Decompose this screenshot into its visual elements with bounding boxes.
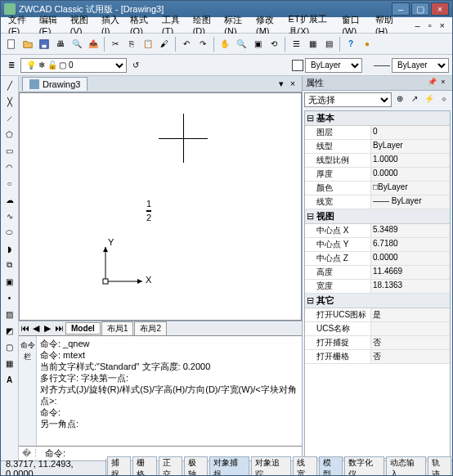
color-swatch[interactable] xyxy=(292,60,303,71)
spline-icon[interactable]: ∿ xyxy=(2,209,17,223)
block-icon[interactable]: ▣ xyxy=(2,274,17,289)
tab-model[interactable]: Model xyxy=(65,322,101,335)
tab-layout2[interactable]: 布局2 xyxy=(134,321,167,336)
tab-first-icon[interactable]: ⏮ xyxy=(19,323,30,335)
table-icon[interactable]: ▦ xyxy=(2,356,17,370)
quickselect-icon[interactable]: ⚡ xyxy=(423,93,436,106)
redo-icon[interactable]: ↷ xyxy=(195,37,210,52)
tab-drawing3[interactable]: Drawing3 xyxy=(22,77,87,91)
preview-icon[interactable]: 🔍 xyxy=(70,37,84,52)
mtext-icon[interactable]: A xyxy=(2,372,17,387)
open-icon[interactable] xyxy=(20,37,35,52)
prop-height[interactable]: 11.4669 xyxy=(370,266,450,279)
prop-width[interactable]: 18.1363 xyxy=(370,280,450,293)
prop-cy[interactable]: 6.7180 xyxy=(370,238,450,251)
status-model[interactable]: 模型 xyxy=(319,456,343,477)
cut-icon[interactable]: ✂ xyxy=(108,37,123,52)
group-other[interactable]: 其它 xyxy=(305,294,450,308)
tab-layout1[interactable]: 布局1 xyxy=(101,321,134,336)
info-icon[interactable]: ● xyxy=(360,37,375,52)
svg-rect-0 xyxy=(8,39,15,48)
publish-icon[interactable]: 📤 xyxy=(86,37,101,52)
child-minimize-button[interactable]: – xyxy=(411,19,424,32)
child-restore-button[interactable]: ▫ xyxy=(424,19,436,32)
status-osnap[interactable]: 对象捕捉 xyxy=(209,456,249,477)
panel-close-icon[interactable]: × xyxy=(437,78,449,89)
group-basic[interactable]: 基本 xyxy=(305,111,450,126)
prop-snap[interactable]: 否 xyxy=(370,336,450,349)
prop-color[interactable]: □ByLayer xyxy=(370,182,450,195)
group-view[interactable]: 视图 xyxy=(305,209,450,224)
point-icon[interactable]: • xyxy=(2,290,17,305)
status-tablet[interactable]: 数字化仪 xyxy=(344,456,384,477)
designcenter-icon[interactable]: ▦ xyxy=(305,37,320,52)
new-icon[interactable] xyxy=(4,37,19,52)
prop-ucsname[interactable] xyxy=(370,322,450,335)
pline-icon[interactable]: ⟋ xyxy=(2,110,17,125)
prop-layer[interactable]: 0 xyxy=(370,126,450,139)
status-lwt[interactable]: 线宽 xyxy=(293,456,316,477)
zoom-win-icon[interactable]: ▣ xyxy=(250,37,265,52)
panel-pin-icon[interactable]: 📌 xyxy=(426,78,437,89)
pickadd-icon[interactable]: ⊕ xyxy=(393,93,406,106)
rect-icon[interactable]: ▭ xyxy=(2,143,17,158)
paste-icon[interactable]: 📋 xyxy=(141,37,155,52)
polygon-icon[interactable]: ⬠ xyxy=(2,127,17,141)
status-dyn[interactable]: 动态输入 xyxy=(386,456,426,477)
line-icon[interactable]: ╱ xyxy=(2,78,17,92)
prop-cz[interactable]: 0.0000 xyxy=(370,252,450,265)
tab-prev-icon[interactable]: ◀ xyxy=(30,323,42,335)
linetype-combo[interactable]: ByLayer xyxy=(392,58,449,73)
prop-tool-icon[interactable]: ⟐ xyxy=(437,93,451,106)
pan-icon[interactable]: ✋ xyxy=(218,37,232,52)
save-icon[interactable] xyxy=(37,37,52,52)
revcloud-icon[interactable]: ☁ xyxy=(2,192,17,207)
maximize-button[interactable]: ▢ xyxy=(411,2,429,16)
prop-cx[interactable]: 5.3489 xyxy=(370,224,450,237)
layer-prev-icon[interactable]: ↺ xyxy=(128,58,143,73)
tabs-close-icon[interactable]: × xyxy=(287,79,298,90)
print-icon[interactable]: 🖶 xyxy=(53,37,68,52)
zoom-rt-icon[interactable]: 🔍 xyxy=(234,37,249,52)
prop-thickness[interactable]: 0.0000 xyxy=(370,168,450,181)
cmd-side-handle[interactable]: �⋮ xyxy=(22,448,40,459)
select-obj-icon[interactable]: ↗ xyxy=(408,93,421,106)
ellipse-arc-icon[interactable]: ◗ xyxy=(2,241,17,256)
drawing-canvas[interactable]: 1 2 X Y xyxy=(19,92,302,321)
zoom-prev-icon[interactable]: ⟲ xyxy=(267,37,281,52)
status-polar[interactable]: 极轴 xyxy=(184,456,208,477)
child-close-button[interactable]: × xyxy=(436,19,449,32)
prop-grid[interactable]: 否 xyxy=(370,350,450,363)
tabs-dropdown-icon[interactable]: ▾ xyxy=(276,79,287,90)
close-button[interactable]: × xyxy=(431,2,449,16)
status-track[interactable]: 轨迹 xyxy=(428,456,451,477)
insert-icon[interactable]: ⧉ xyxy=(2,258,17,272)
status-otrack[interactable]: 对象追踪 xyxy=(251,456,291,477)
region-icon[interactable]: ▢ xyxy=(2,339,17,354)
status-snap[interactable]: 捕捉 xyxy=(107,456,131,477)
help-icon[interactable]: ? xyxy=(343,37,358,52)
copy-icon[interactable]: ⎘ xyxy=(124,37,139,52)
prop-linetype[interactable]: ByLayer xyxy=(370,140,450,153)
selection-combo[interactable]: 无选择 xyxy=(304,92,392,107)
color-combo[interactable]: ByLayer xyxy=(305,58,362,73)
prop-ucsicon[interactable]: 是 xyxy=(370,308,450,321)
tab-last-icon[interactable]: ⏭ xyxy=(53,323,65,335)
status-ortho[interactable]: 正交 xyxy=(159,456,182,477)
tab-next-icon[interactable]: ▶ xyxy=(42,323,53,335)
properties-icon[interactable]: ☰ xyxy=(289,37,303,52)
ellipse-icon[interactable]: ⬭ xyxy=(2,225,17,240)
layer-mgr-icon[interactable]: ≣ xyxy=(4,58,19,73)
layer-combo[interactable]: 💡 ❄ 🔓 ▢ 0 xyxy=(20,58,127,73)
gradient-icon[interactable]: ◩ xyxy=(2,323,17,338)
arc-icon[interactable]: ◠ xyxy=(2,159,17,174)
toolpal-icon[interactable]: ▤ xyxy=(321,37,336,52)
undo-icon[interactable]: ↶ xyxy=(179,37,194,52)
xline-icon[interactable]: ╳ xyxy=(2,94,17,109)
hatch-icon[interactable]: ▨ xyxy=(2,307,17,321)
circle-icon[interactable]: ○ xyxy=(2,176,17,191)
status-grid[interactable]: 栅格 xyxy=(132,456,156,477)
prop-ltscale[interactable]: 1.0000 xyxy=(370,154,450,167)
prop-lineweight[interactable]: —— ByLayer xyxy=(370,195,450,209)
match-icon[interactable]: 🖌 xyxy=(157,37,172,52)
